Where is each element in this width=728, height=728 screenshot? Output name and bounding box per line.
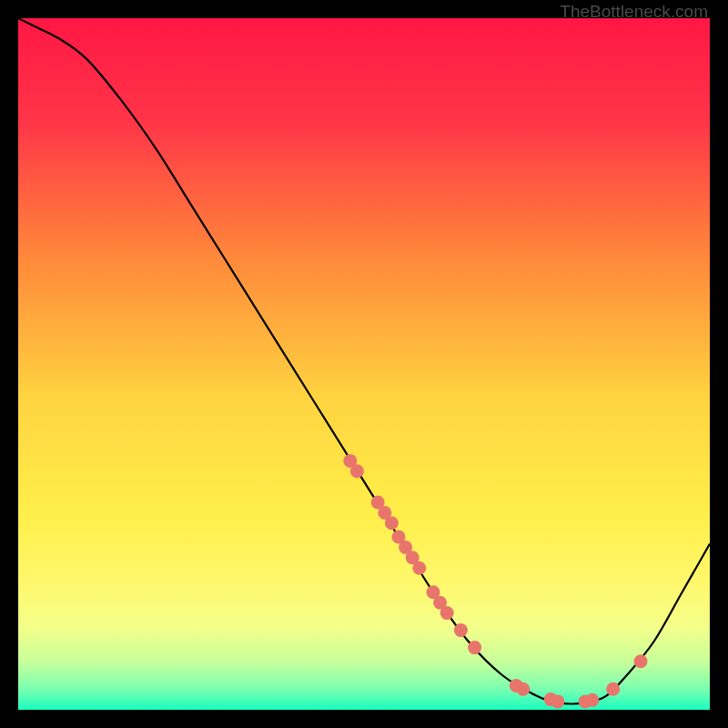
data-marker: [350, 464, 364, 478]
plot-area: [18, 18, 710, 710]
data-marker: [634, 654, 648, 668]
data-marker: [412, 561, 426, 575]
data-marker: [468, 641, 481, 654]
data-marker: [585, 693, 599, 707]
data-marker: [385, 516, 399, 530]
data-marker: [516, 682, 530, 696]
bottleneck-curve: [18, 18, 710, 703]
chart-svg: [18, 18, 710, 710]
chart-container: TheBottleneck.com: [0, 0, 728, 728]
watermark-text: TheBottleneck.com: [560, 2, 708, 22]
data-marker: [606, 682, 620, 696]
data-marker: [454, 623, 468, 637]
data-marker: [551, 694, 564, 708]
data-marker: [440, 606, 454, 620]
